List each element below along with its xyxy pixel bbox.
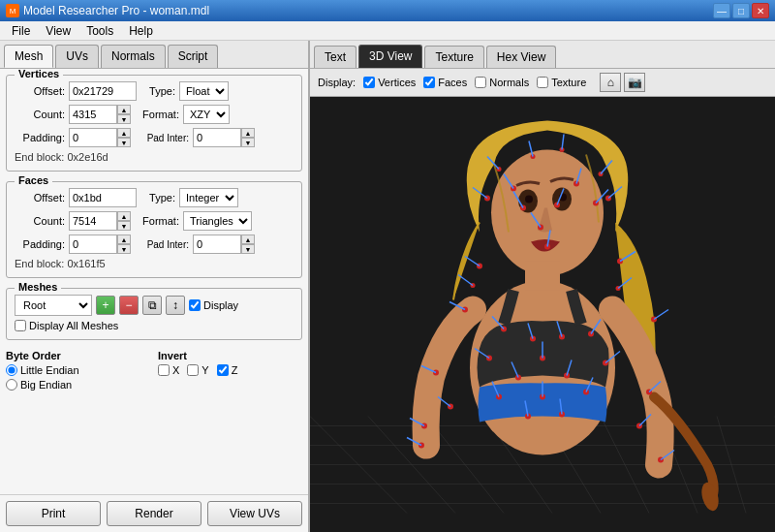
- faces-padinter-input[interactable]: [193, 235, 241, 254]
- vertices-count-up[interactable]: ▲: [117, 105, 131, 114]
- tab-normals[interactable]: Normals: [101, 45, 166, 68]
- vertices-count-spinbtns: ▲ ▼: [117, 105, 131, 124]
- left-panel: Mesh UVs Normals Script Vertices Offset:…: [0, 41, 310, 532]
- invert-y-label[interactable]: Y: [187, 364, 208, 376]
- vertices-padding-up[interactable]: ▲: [117, 128, 131, 138]
- vertices-offset-input[interactable]: [69, 81, 137, 101]
- render-button[interactable]: Render: [107, 501, 202, 526]
- display-vertices-checkbox[interactable]: [363, 77, 375, 88]
- window-title: Model Researcher Pro - woman.mdl: [23, 4, 209, 17]
- print-button[interactable]: Print: [6, 501, 101, 526]
- faces-format-label: Format:: [135, 215, 179, 227]
- faces-count-down[interactable]: ▼: [117, 221, 131, 231]
- tab-script[interactable]: Script: [168, 45, 219, 68]
- pad-inter-label: Pad Inter:: [135, 133, 189, 143]
- faces-padinter-up[interactable]: ▲: [241, 235, 255, 244]
- vertices-padinter-up[interactable]: ▲: [241, 128, 255, 138]
- invert-x-checkbox[interactable]: [158, 364, 170, 376]
- faces-padding-down[interactable]: ▼: [117, 244, 131, 254]
- minimize-button[interactable]: —: [713, 3, 730, 18]
- app-icon: M: [6, 4, 19, 17]
- faces-padding-label: Padding:: [15, 238, 65, 250]
- vertices-format-select[interactable]: XZY: [183, 105, 230, 124]
- display-bar: Display: Vertices Faces Normals Texture …: [310, 69, 775, 97]
- display-normals-checkbox[interactable]: [475, 77, 486, 88]
- big-endian-radio[interactable]: [6, 379, 17, 391]
- mesh-add-button[interactable]: +: [96, 296, 115, 315]
- faces-end-block: End block: 0x161f5: [15, 258, 294, 269]
- vertices-padding-input[interactable]: [69, 128, 117, 147]
- mesh-display-checkbox[interactable]: [189, 299, 201, 311]
- display-vertices-text: Vertices: [378, 77, 416, 88]
- mesh-remove-button[interactable]: −: [119, 296, 139, 315]
- menu-view[interactable]: View: [38, 22, 78, 40]
- vertices-padding-row: Padding: ▲ ▼ Pad Inter: ▲ ▼: [15, 128, 294, 147]
- tab-hexview[interactable]: Hex View: [486, 46, 556, 68]
- little-endian-radio[interactable]: [6, 364, 17, 376]
- faces-count-up[interactable]: ▲: [117, 211, 131, 221]
- meshes-group-label: Meshes: [15, 281, 61, 293]
- display-faces-checkbox[interactable]: [423, 77, 435, 88]
- invert-x-label[interactable]: X: [158, 364, 179, 376]
- vertices-padinter-down[interactable]: ▼: [241, 138, 255, 147]
- faces-count-input[interactable]: [69, 211, 117, 231]
- faces-count-label: Count:: [15, 215, 65, 227]
- faces-padinter-down[interactable]: ▼: [241, 244, 255, 254]
- view-uvs-button[interactable]: View UVs: [207, 501, 302, 526]
- vertices-end-block-label: End block:: [15, 151, 64, 163]
- mesh-move-button[interactable]: ↕: [166, 296, 185, 315]
- display-vertices-label[interactable]: Vertices: [363, 77, 416, 88]
- display-texture-checkbox[interactable]: [537, 77, 548, 88]
- faces-end-block-value: 0x161f5: [67, 258, 105, 269]
- tab-3dview[interactable]: 3D View: [358, 45, 422, 68]
- vertices-padinter-input[interactable]: [193, 128, 241, 147]
- faces-end-block-label: End block:: [15, 258, 64, 269]
- faces-padding-input[interactable]: [69, 235, 117, 254]
- faces-type-label: Type:: [140, 192, 175, 203]
- tab-texture[interactable]: Texture: [424, 46, 483, 68]
- invert-y-checkbox[interactable]: [187, 364, 199, 376]
- display-faces-label[interactable]: Faces: [423, 77, 467, 88]
- vertices-padding-spin: ▲ ▼: [69, 128, 131, 147]
- menu-file[interactable]: File: [4, 22, 38, 40]
- display-all-meshes-checkbox[interactable]: [15, 320, 26, 331]
- little-endian-label[interactable]: Little Endian: [6, 364, 150, 376]
- invert-section: Invert X Y Z: [158, 350, 302, 391]
- vertices-padding-down[interactable]: ▼: [117, 138, 131, 147]
- right-tabs: Text 3D View Texture Hex View: [310, 41, 775, 69]
- mesh-display-checkbox-label[interactable]: Display: [189, 299, 238, 311]
- mesh-copy-button[interactable]: ⧉: [142, 296, 162, 315]
- vertices-group-label: Vertices: [15, 69, 63, 79]
- tab-uvs[interactable]: UVs: [55, 45, 99, 68]
- camera-view-button[interactable]: 📷: [624, 73, 645, 92]
- byte-order-label: Byte Order: [6, 350, 150, 361]
- tab-text[interactable]: Text: [314, 46, 356, 68]
- close-button[interactable]: ✕: [752, 3, 769, 18]
- faces-padinter-label: Pad Inter:: [135, 239, 189, 250]
- display-normals-label[interactable]: Normals: [475, 77, 529, 88]
- mesh-select[interactable]: Root: [15, 295, 92, 316]
- menu-help[interactable]: Help: [121, 22, 161, 40]
- left-tabs: Mesh UVs Normals Script: [0, 41, 308, 69]
- faces-offset-input[interactable]: [69, 188, 137, 207]
- invert-z-label[interactable]: Z: [217, 364, 238, 376]
- faces-type-select[interactable]: Integer: [179, 188, 238, 207]
- viewport[interactable]: [310, 97, 775, 532]
- faces-group: Faces Offset: Type: Integer Count: ▲: [6, 181, 302, 278]
- faces-padding-up[interactable]: ▲: [117, 235, 131, 244]
- faces-count-row: Count: ▲ ▼ Format: Triangles: [15, 211, 294, 231]
- home-view-button[interactable]: ⌂: [600, 73, 621, 92]
- faces-format-select[interactable]: Triangles: [183, 211, 252, 231]
- invert-z-checkbox[interactable]: [217, 364, 229, 376]
- vertices-count-input[interactable]: [69, 105, 117, 124]
- big-endian-label[interactable]: Big Endian: [6, 379, 150, 391]
- tab-mesh[interactable]: Mesh: [4, 45, 53, 68]
- maximize-button[interactable]: □: [732, 3, 750, 18]
- vertices-count-spin: ▲ ▼: [69, 105, 131, 124]
- viewport-svg: [310, 97, 775, 532]
- vertices-type-select[interactable]: Float: [179, 81, 229, 101]
- vertices-count-down[interactable]: ▼: [117, 114, 131, 124]
- menu-tools[interactable]: Tools: [78, 22, 121, 40]
- display-texture-label[interactable]: Texture: [537, 77, 586, 88]
- display-all-meshes-label[interactable]: Display All Meshes: [15, 320, 294, 331]
